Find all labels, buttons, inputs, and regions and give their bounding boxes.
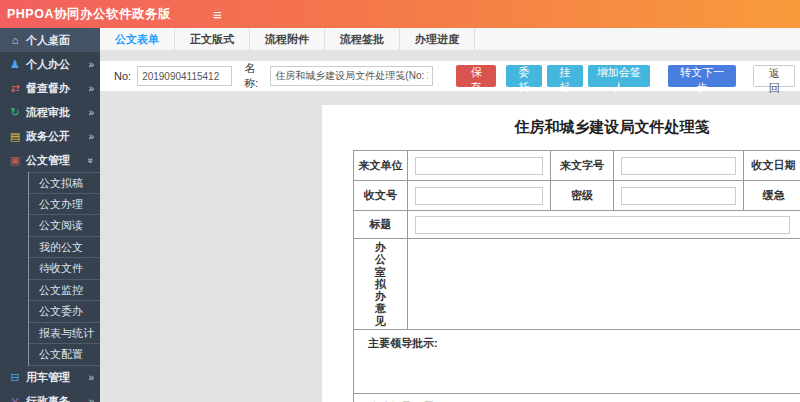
secrecy-input[interactable]	[621, 187, 736, 205]
no-label: No:	[114, 70, 131, 82]
sidebar-item-document-management[interactable]: ▣ 公文管理 »	[0, 148, 100, 172]
cycle-icon: ↻	[8, 106, 22, 119]
name-input[interactable]	[270, 66, 433, 86]
recv-no-input[interactable]	[415, 187, 542, 205]
chevron-right-icon: »	[88, 107, 94, 118]
chevron-right-icon: »	[88, 131, 94, 142]
tab-flow-attachments[interactable]: 流程附件	[250, 28, 325, 51]
tab-progress[interactable]: 办理进度	[400, 28, 475, 51]
table-row: 主要领导批示:	[354, 330, 800, 394]
sidebar-item-label: 流程审批	[26, 105, 88, 120]
suspend-button[interactable]: 挂起	[547, 65, 583, 87]
sidebar: ⌂ 个人桌面 ♟ 个人办公 » ⇄ 督查督办 » ↻ 流程审批 » ▤ 政务公开…	[0, 28, 100, 402]
from-no-input[interactable]	[621, 157, 736, 175]
office-opinion-label: 办公室拟办意见	[375, 241, 387, 327]
recv-no-label: 收文号	[354, 181, 408, 211]
app-title: PHPOA协同办公软件政务版	[7, 6, 171, 23]
sidebar-item-label: 督查督办	[26, 81, 88, 96]
deputy-remark-cell[interactable]: 分管领导批示:	[354, 394, 800, 402]
table-row: 收文号 密级 缓急	[354, 181, 800, 211]
sidebar-item-personal-office[interactable]: ♟ 个人办公 »	[0, 52, 100, 76]
document-form-table: 来文单位 来文字号 收文日期 收文号 密级 缓急 标题	[353, 150, 800, 402]
car-icon: ⊟	[8, 371, 22, 384]
from-unit-label: 来文单位	[354, 151, 408, 181]
from-unit-input[interactable]	[415, 157, 542, 175]
chevron-right-icon: »	[88, 59, 94, 70]
calendar-icon: ▤	[8, 130, 22, 143]
table-row: 分管领导批示:	[354, 394, 800, 402]
sidebar-subitem-my-docs[interactable]: 我的公文	[29, 237, 100, 259]
no-input[interactable]	[137, 66, 232, 86]
doc-title-input[interactable]	[415, 216, 790, 234]
sidebar-subitem-doc-draft[interactable]: 公文拟稿	[29, 172, 100, 194]
chevron-down-icon: »	[86, 157, 97, 163]
sidebar-item-label: 用车管理	[26, 370, 88, 385]
from-no-label: 来文字号	[551, 151, 614, 181]
document-panel: 住房和城乡建设局文件处理笺 来文单位 来文字号 收文日期 收文号 密级 缓急	[322, 105, 800, 402]
name-label: 名称:	[244, 61, 264, 91]
toolbar: No: 名称: 保存 委托 挂起 增加会签人 转文下一步 返回	[100, 61, 800, 91]
office-opinion-label-cell: 办公室拟办意见	[354, 239, 408, 330]
recv-date-label: 收文日期	[744, 151, 800, 181]
sidebar-subitem-pending-files[interactable]: 待收文件	[29, 258, 100, 280]
shuffle-icon: ⇄	[8, 82, 22, 95]
sidebar-subitem-doc-handle[interactable]: 公文办理	[29, 194, 100, 216]
sidebar-subitem-doc-delegate[interactable]: 公文委办	[29, 301, 100, 323]
hamburger-icon[interactable]: ≡	[213, 7, 222, 22]
table-row: 标题	[354, 211, 800, 239]
tab-bar: 公文表单 正文版式 流程附件 流程签批 办理进度	[100, 28, 800, 51]
funnel-icon: Y	[8, 396, 22, 402]
sidebar-item-label: 个人桌面	[26, 33, 94, 48]
sidebar-item-label: 行政事务	[26, 394, 88, 402]
sidebar-item-process-approval[interactable]: ↻ 流程审批 »	[0, 100, 100, 124]
document-management-submenu: 公文拟稿 公文办理 公文阅读 我的公文 待收文件 公文监控 公文委办 报表与统计…	[28, 172, 100, 366]
table-row: 来文单位 来文字号 收文日期	[354, 151, 800, 181]
sidebar-item-label: 公文管理	[26, 153, 88, 168]
home-icon: ⌂	[8, 34, 22, 46]
app-window: PHPOA协同办公软件政务版 ≡ ⌂ 个人桌面 ♟ 个人办公 » ⇄ 督查督办 …	[0, 0, 800, 402]
doc-title-label: 标题	[354, 211, 408, 239]
urgency-label: 缓急	[744, 181, 800, 211]
sidebar-item-gov-disclosure[interactable]: ▤ 政务公开 »	[0, 124, 100, 148]
sidebar-subitem-doc-config[interactable]: 公文配置	[29, 344, 100, 366]
save-button[interactable]: 保存	[456, 65, 496, 87]
tab-body-layout[interactable]: 正文版式	[175, 28, 250, 51]
briefcase-icon: ▣	[8, 154, 22, 167]
sidebar-item-admin-affairs[interactable]: Y 行政事务 »	[0, 390, 100, 402]
sidebar-subitem-doc-monitor[interactable]: 公文监控	[29, 280, 100, 302]
delegate-button[interactable]: 委托	[506, 65, 542, 87]
office-opinion-cell[interactable]	[408, 239, 800, 330]
chevron-right-icon: »	[88, 83, 94, 94]
tab-flow-signoff[interactable]: 流程签批	[325, 28, 400, 51]
leader-remark-cell[interactable]: 主要领导批示:	[354, 330, 800, 394]
chevron-right-icon: »	[88, 372, 94, 383]
table-row: 办公室拟办意见	[354, 239, 800, 330]
back-button[interactable]: 返回	[753, 65, 795, 87]
top-header: PHPOA协同办公软件政务版 ≡	[0, 0, 800, 28]
sidebar-item-supervision[interactable]: ⇄ 督查督办 »	[0, 76, 100, 100]
sidebar-subitem-reports-stats[interactable]: 报表与统计	[29, 323, 100, 345]
tab-doc-form[interactable]: 公文表单	[100, 28, 175, 51]
sidebar-item-personal-desktop[interactable]: ⌂ 个人桌面	[0, 28, 100, 52]
forward-next-step-button[interactable]: 转文下一步	[668, 65, 736, 87]
person-icon: ♟	[8, 58, 22, 71]
sidebar-item-vehicle-management[interactable]: ⊟ 用车管理 »	[0, 366, 100, 390]
document-title: 住房和城乡建设局文件处理笺	[322, 118, 800, 137]
add-countersigner-button[interactable]: 增加会签人	[588, 65, 650, 87]
sidebar-item-label: 个人办公	[26, 57, 88, 72]
sidebar-item-label: 政务公开	[26, 129, 88, 144]
chevron-right-icon: »	[88, 396, 94, 402]
sidebar-subitem-doc-read[interactable]: 公文阅读	[29, 215, 100, 237]
secrecy-label: 密级	[551, 181, 614, 211]
